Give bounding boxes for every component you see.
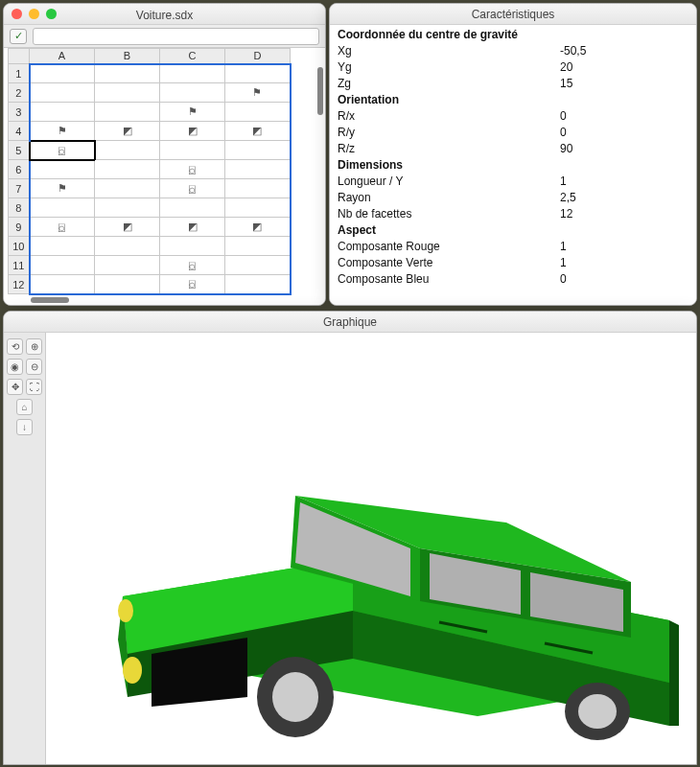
cell-C12[interactable]: ⌼ [160, 275, 225, 294]
corner-cell[interactable] [9, 49, 30, 64]
cell-C8[interactable] [160, 198, 225, 218]
confirm-button[interactable]: ✓ [10, 29, 27, 44]
cell-B2[interactable] [95, 83, 160, 103]
property-row[interactable]: Composante Verte1 [330, 255, 696, 271]
column-header-C[interactable]: C [160, 49, 225, 64]
rotate-tool-icon[interactable]: ⟲ [7, 338, 23, 355]
cell-D12[interactable] [225, 275, 291, 294]
property-row[interactable]: Longueur / Y1 [330, 174, 696, 190]
cell-C9[interactable]: ◩ [160, 218, 225, 237]
cell-B1[interactable] [95, 64, 160, 83]
property-value[interactable]: 1 [560, 255, 688, 271]
titlebar[interactable]: Caractéristiques [330, 4, 696, 25]
cell-A6[interactable] [30, 160, 95, 179]
row-header-2[interactable]: 2 [9, 83, 30, 103]
cell-A1[interactable] [30, 64, 95, 83]
property-row[interactable]: R/x0 [330, 108, 696, 125]
cell-B9[interactable]: ◩ [95, 218, 160, 237]
titlebar[interactable]: Voiture.sdx [4, 4, 325, 25]
spreadsheet-grid[interactable]: ABCD12⚑3⚑4⚑◩◩◩5⌼6⌼7⚑⌼89⌼◩◩◩1011⌼12⌼ [4, 48, 325, 305]
property-row[interactable]: R/y0 [330, 125, 696, 141]
property-row[interactable]: Composante Bleu0 [330, 271, 696, 288]
cell-D2[interactable]: ⚑ [225, 83, 291, 103]
property-value[interactable]: 1 [560, 239, 688, 255]
row-header-10[interactable]: 10 [9, 237, 30, 256]
cell-B4[interactable]: ◩ [95, 122, 160, 141]
property-value[interactable]: 15 [560, 76, 688, 92]
graphics-viewport[interactable] [46, 333, 696, 764]
fit-tool-icon[interactable]: ⛶ [26, 379, 42, 395]
cell-B7[interactable] [95, 179, 160, 198]
cell-A11[interactable] [30, 256, 95, 275]
property-value[interactable]: 0 [560, 108, 688, 125]
property-row[interactable]: R/z90 [330, 141, 696, 157]
property-value[interactable]: -50,5 [560, 43, 688, 59]
cell-D3[interactable] [225, 103, 291, 122]
property-row[interactable]: Composante Rouge1 [330, 239, 696, 255]
row-header-7[interactable]: 7 [9, 179, 30, 198]
property-value[interactable]: 0 [560, 271, 688, 288]
cell-B10[interactable] [95, 237, 160, 256]
pan-tool-icon[interactable]: ✥ [7, 379, 23, 395]
cell-D4[interactable]: ◩ [225, 122, 291, 141]
cell-B11[interactable] [95, 256, 160, 275]
cell-A8[interactable] [30, 198, 95, 218]
property-value[interactable]: 0 [560, 125, 688, 141]
column-header-D[interactable]: D [225, 49, 291, 64]
cell-A3[interactable] [30, 103, 95, 122]
row-header-3[interactable]: 3 [9, 103, 30, 122]
cell-B6[interactable] [95, 160, 160, 179]
cell-C2[interactable] [160, 83, 225, 103]
cell-B8[interactable] [95, 198, 160, 218]
cell-B5[interactable] [95, 141, 160, 160]
cell-D5[interactable] [225, 141, 291, 160]
horizontal-scrollbar[interactable] [31, 297, 69, 303]
zoom-out-icon[interactable]: ⊖ [26, 359, 42, 375]
column-header-B[interactable]: B [95, 49, 160, 64]
home-tool-icon[interactable]: ⌂ [16, 399, 33, 415]
orbit-tool-icon[interactable]: ◉ [7, 359, 23, 375]
cell-A2[interactable] [30, 83, 95, 103]
cell-C4[interactable]: ◩ [160, 122, 225, 141]
row-header-1[interactable]: 1 [9, 64, 30, 83]
cell-D10[interactable] [225, 237, 291, 256]
maximize-icon[interactable] [46, 9, 57, 19]
row-header-6[interactable]: 6 [9, 160, 30, 179]
property-row[interactable]: Zg15 [330, 76, 696, 92]
property-row[interactable]: Rayon2,5 [330, 190, 696, 206]
cell-D6[interactable] [225, 160, 291, 179]
cell-D1[interactable] [225, 64, 291, 83]
cell-A9[interactable]: ⌼ [30, 218, 95, 237]
down-tool-icon[interactable]: ↓ [16, 419, 33, 435]
cell-B3[interactable] [95, 103, 160, 122]
vertical-scrollbar[interactable] [317, 67, 323, 115]
property-row[interactable]: Nb de facettes12 [330, 206, 696, 222]
minimize-icon[interactable] [29, 9, 39, 19]
property-value[interactable]: 2,5 [560, 190, 688, 206]
property-row[interactable]: Xg-50,5 [330, 43, 696, 59]
cell-D11[interactable] [225, 256, 291, 275]
cell-A4[interactable]: ⚑ [30, 122, 95, 141]
row-header-4[interactable]: 4 [9, 122, 30, 141]
property-value[interactable]: 12 [560, 206, 688, 222]
cell-C11[interactable]: ⌼ [160, 256, 225, 275]
property-value[interactable]: 1 [560, 174, 688, 190]
cell-C3[interactable]: ⚑ [160, 103, 225, 122]
row-header-5[interactable]: 5 [9, 141, 30, 160]
row-header-8[interactable]: 8 [9, 198, 30, 218]
property-row[interactable]: Yg20 [330, 59, 696, 76]
cell-C7[interactable]: ⌼ [160, 179, 225, 198]
row-header-12[interactable]: 12 [9, 275, 30, 294]
cell-B12[interactable] [95, 275, 160, 294]
property-value[interactable]: 20 [560, 59, 688, 76]
cell-A7[interactable]: ⚑ [30, 179, 95, 198]
formula-input[interactable] [33, 28, 319, 45]
column-header-A[interactable]: A [30, 49, 95, 64]
property-value[interactable]: 90 [560, 141, 688, 157]
row-header-11[interactable]: 11 [9, 256, 30, 275]
cell-D9[interactable]: ◩ [225, 218, 291, 237]
cell-A5[interactable]: ⌼ [30, 141, 95, 160]
cell-C5[interactable] [160, 141, 225, 160]
cell-C10[interactable] [160, 237, 225, 256]
row-header-9[interactable]: 9 [9, 218, 30, 237]
